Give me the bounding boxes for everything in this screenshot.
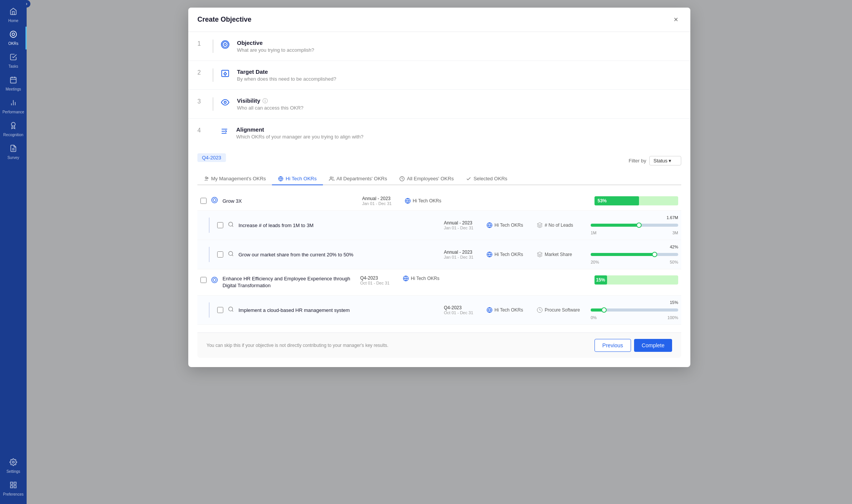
step-3-visibility: 3 Visibility ⓘ <box>188 90 690 119</box>
grow3x-date: Annual - 2023 Jan 01 - Dec 31 <box>362 196 400 206</box>
sidebar-item-settings[interactable]: Settings <box>0 455 27 477</box>
step-2-subtitle: By when does this need to be accomplishe… <box>237 76 681 82</box>
checkbox-leads[interactable] <box>217 222 223 228</box>
market-share-org: Hi Tech OKRs <box>486 251 532 258</box>
leads-date: Annual - 2023 Jan 01 - Dec 31 <box>444 220 482 230</box>
sidebar-item-meetings[interactable]: Meetings <box>0 72 27 95</box>
hr-efficiency-name: Enhance HR Efficiency and Employee Exper… <box>223 275 356 289</box>
hr-efficiency-icon <box>211 277 218 285</box>
sidebar-item-performance-label: Performance <box>2 110 24 114</box>
quarter-badge[interactable]: Q4-2023 <box>197 153 226 162</box>
complete-button[interactable]: Complete <box>634 339 672 352</box>
svg-point-44 <box>229 251 233 256</box>
meetings-icon <box>10 76 17 86</box>
svg-rect-16 <box>11 486 13 488</box>
sidebar-item-recognition[interactable]: Recognition <box>0 118 27 141</box>
svg-point-0 <box>10 31 17 38</box>
checkbox-grow3x[interactable] <box>200 198 207 204</box>
svg-line-45 <box>232 255 233 256</box>
cloud-hr-slider: 15% 0%100% <box>591 300 678 320</box>
step-4-subtitle: Which OKRs of your manager are you tryin… <box>236 134 681 140</box>
market-share-metric: Market Share <box>537 251 586 258</box>
sidebar-item-okrs[interactable]: OKRs <box>0 27 27 49</box>
hr-efficiency-date: Q4-2023 Oct 01 - Dec 31 <box>360 275 398 285</box>
step-4-alignment: 4 Alignment Which OKRs of your manager a… <box>188 119 690 147</box>
previous-button[interactable]: Previous <box>594 339 631 352</box>
svg-line-41 <box>232 226 233 227</box>
sidebar-chevron[interactable]: › <box>23 0 30 8</box>
svg-point-17 <box>224 43 226 46</box>
grow3x-org: Hi Tech OKRs <box>405 198 450 204</box>
modal-footer: You can skip this if your objective is n… <box>197 332 681 358</box>
cloud-hr-kr-icon <box>228 306 234 314</box>
sidebar-item-home[interactable]: Home <box>0 4 27 27</box>
sidebar-item-preferences-label: Preferences <box>3 492 24 496</box>
step-4-title: Alignment <box>236 126 681 133</box>
sidebar-item-settings-label: Settings <box>6 469 20 474</box>
cloud-hr-metric: Procure Software <box>537 307 586 313</box>
leads-name: Increase # of leads from 1M to 3M <box>238 223 439 228</box>
main-content: Create Objective × 1 <box>27 0 852 504</box>
sidebar: › Home OKRs Tasks <box>0 0 27 504</box>
checkbox-cloud-hr[interactable] <box>217 307 223 313</box>
market-share-kr-icon <box>228 251 234 258</box>
leads-kr-icon <box>228 221 234 229</box>
cloud-hr-date: Q4-2023 Oct 01 - Dec 31 <box>444 305 482 315</box>
leads-org: Hi Tech OKRs <box>486 222 532 228</box>
sidebar-item-survey[interactable]: Survey <box>0 141 27 164</box>
footer-buttons: Previous Complete <box>594 339 672 352</box>
svg-rect-13 <box>11 482 13 485</box>
modal-close-button[interactable]: × <box>671 14 681 25</box>
visibility-info-icon[interactable]: ⓘ <box>262 98 268 105</box>
okr-list: Grow 3X Annual - 2023 Jan 01 - Dec 31 Hi… <box>197 191 681 325</box>
svg-point-12 <box>13 461 14 463</box>
svg-point-40 <box>229 222 233 226</box>
step-3-title: Visibility <box>237 97 260 104</box>
step-2-content: Target Date By when does this need to be… <box>237 68 681 82</box>
leads-metric: # No of Leads <box>537 222 586 228</box>
tab-selected[interactable]: Selected OKRs <box>460 173 513 185</box>
svg-point-18 <box>223 42 228 48</box>
sidebar-item-home-label: Home <box>8 19 19 23</box>
grow3x-progress: 53% <box>594 196 678 205</box>
footer-hint: You can skip this if your objective is n… <box>207 343 388 348</box>
checkbox-hr-efficiency[interactable] <box>200 277 207 283</box>
step-3-number: 3 <box>197 97 205 105</box>
svg-point-37 <box>213 199 216 202</box>
tab-hi-tech[interactable]: Hi Tech OKRs <box>272 173 323 185</box>
step-1-title: Objective <box>237 40 681 46</box>
step-1-subtitle: What are you trying to accomplish? <box>237 47 681 53</box>
svg-point-49 <box>213 278 216 281</box>
svg-point-36 <box>212 197 218 203</box>
grow3x-name: Grow 3X <box>223 198 358 204</box>
sidebar-item-performance[interactable]: Performance <box>0 95 27 118</box>
filter-label: Filter by <box>629 158 646 164</box>
recognition-icon <box>10 122 17 131</box>
svg-point-21 <box>224 73 226 75</box>
okr-row-leads: Increase # of leads from 1M to 3M Annual… <box>197 211 681 240</box>
okr-row-hr-efficiency: Enhance HR Efficiency and Employee Exper… <box>197 269 681 296</box>
tab-all-departments[interactable]: All Departments' OKRs <box>323 173 393 185</box>
visibility-icon <box>221 98 229 109</box>
preferences-icon <box>10 481 17 491</box>
market-share-name: Grow our market share from the current 2… <box>238 252 439 258</box>
sidebar-item-tasks[interactable]: Tasks <box>0 49 27 72</box>
svg-point-48 <box>212 277 218 283</box>
hr-efficiency-org: Hi Tech OKRs <box>403 275 448 281</box>
svg-line-53 <box>232 310 233 312</box>
market-share-slider: 42% 20%50% <box>591 245 678 264</box>
svg-point-31 <box>207 177 208 179</box>
tab-all-employees[interactable]: All Employees' OKRs <box>393 173 460 185</box>
sidebar-item-tasks-label: Tasks <box>8 64 18 68</box>
modal-header: Create Objective × <box>188 8 690 32</box>
market-share-date: Annual - 2023 Jan 01 - Dec 31 <box>444 250 482 259</box>
svg-point-34 <box>330 176 332 178</box>
cloud-hr-name: Implement a cloud-based HR management sy… <box>238 307 439 313</box>
step-2-title: Target Date <box>237 68 681 75</box>
status-filter[interactable]: Status ▾ <box>649 156 681 165</box>
sidebar-item-preferences[interactable]: Preferences <box>0 477 27 500</box>
checkbox-market-share[interactable] <box>217 251 223 258</box>
tab-my-management[interactable]: My Management's OKRs <box>197 173 272 185</box>
svg-point-1 <box>12 33 15 36</box>
svg-point-26 <box>224 101 226 103</box>
